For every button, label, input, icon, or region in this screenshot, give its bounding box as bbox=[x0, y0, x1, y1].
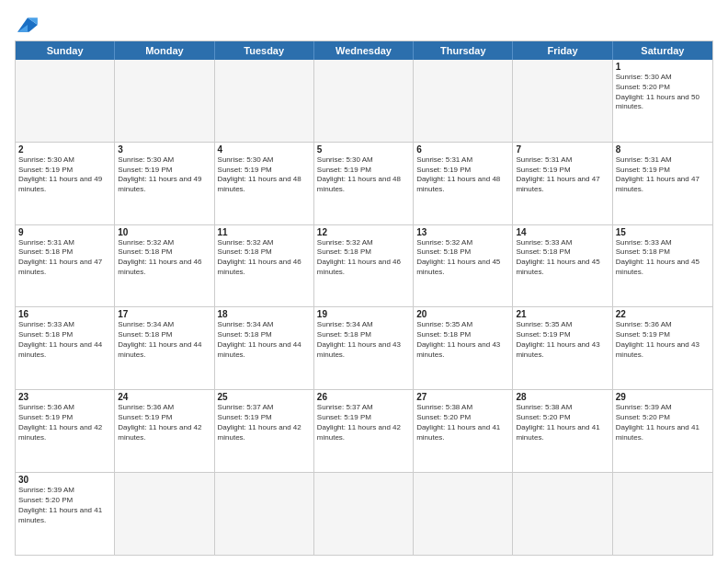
cell-info: Sunrise: 5:38 AMSunset: 5:20 PMDaylight:… bbox=[516, 403, 609, 442]
calendar-cell: 6Sunrise: 5:31 AMSunset: 5:19 PMDaylight… bbox=[414, 143, 513, 224]
cell-info: Sunrise: 5:32 AMSunset: 5:18 PMDaylight:… bbox=[416, 238, 509, 278]
cell-info: Sunrise: 5:39 AMSunset: 5:20 PMDaylight:… bbox=[18, 486, 111, 525]
calendar-cell: 2Sunrise: 5:30 AMSunset: 5:19 PMDaylight… bbox=[16, 143, 115, 224]
cell-info: Sunrise: 5:30 AMSunset: 5:19 PMDaylight:… bbox=[18, 155, 111, 195]
cell-info: Sunrise: 5:33 AMSunset: 5:18 PMDaylight:… bbox=[516, 238, 609, 278]
calendar-cell: 18Sunrise: 5:34 AMSunset: 5:18 PMDayligh… bbox=[215, 307, 314, 389]
calendar-cell: 30Sunrise: 5:39 AMSunset: 5:20 PMDayligh… bbox=[16, 473, 115, 555]
cell-info: Sunrise: 5:34 AMSunset: 5:18 PMDaylight:… bbox=[118, 320, 210, 360]
day-header-friday: Friday bbox=[513, 41, 612, 60]
cell-info: Sunrise: 5:37 AMSunset: 5:19 PMDaylight:… bbox=[218, 403, 311, 442]
calendar-cell bbox=[314, 60, 414, 142]
calendar-cell: 17Sunrise: 5:34 AMSunset: 5:18 PMDayligh… bbox=[115, 307, 214, 389]
calendar-cell bbox=[414, 60, 513, 142]
calendar-cell bbox=[613, 473, 712, 555]
cell-info: Sunrise: 5:35 AMSunset: 5:18 PMDaylight:… bbox=[416, 320, 509, 360]
day-number: 17 bbox=[118, 309, 210, 319]
day-number: 26 bbox=[317, 392, 410, 402]
day-number: 16 bbox=[18, 309, 111, 319]
calendar-cell: 20Sunrise: 5:35 AMSunset: 5:18 PMDayligh… bbox=[414, 307, 513, 389]
cell-info: Sunrise: 5:36 AMSunset: 5:19 PMDaylight:… bbox=[118, 403, 210, 442]
cell-info: Sunrise: 5:36 AMSunset: 5:19 PMDaylight:… bbox=[616, 320, 710, 360]
day-number: 7 bbox=[516, 144, 609, 155]
day-number: 5 bbox=[317, 144, 410, 155]
day-header-saturday: Saturday bbox=[613, 41, 712, 60]
calendar-header: SundayMondayTuesdayWednesdayThursdayFrid… bbox=[16, 41, 712, 60]
day-number: 12 bbox=[317, 227, 410, 237]
cell-info: Sunrise: 5:30 AMSunset: 5:19 PMDaylight:… bbox=[317, 155, 410, 195]
cell-info: Sunrise: 5:37 AMSunset: 5:19 PMDaylight:… bbox=[317, 403, 410, 442]
cell-info: Sunrise: 5:33 AMSunset: 5:18 PMDaylight:… bbox=[616, 238, 710, 278]
calendar-week-2: 9Sunrise: 5:31 AMSunset: 5:18 PMDaylight… bbox=[16, 225, 712, 308]
day-number: 30 bbox=[18, 475, 111, 485]
cell-info: Sunrise: 5:31 AMSunset: 5:19 PMDaylight:… bbox=[416, 155, 509, 195]
day-number: 23 bbox=[18, 392, 111, 402]
calendar-cell: 28Sunrise: 5:38 AMSunset: 5:20 PMDayligh… bbox=[513, 390, 612, 472]
calendar-cell: 9Sunrise: 5:31 AMSunset: 5:18 PMDaylight… bbox=[16, 225, 115, 307]
logo bbox=[15, 15, 44, 35]
calendar-cell: 14Sunrise: 5:33 AMSunset: 5:18 PMDayligh… bbox=[513, 225, 612, 307]
cell-info: Sunrise: 5:36 AMSunset: 5:19 PMDaylight:… bbox=[18, 403, 111, 442]
calendar-cell: 11Sunrise: 5:32 AMSunset: 5:18 PMDayligh… bbox=[215, 225, 314, 307]
calendar-cell: 23Sunrise: 5:36 AMSunset: 5:19 PMDayligh… bbox=[16, 390, 115, 472]
day-number: 3 bbox=[118, 144, 210, 155]
day-number: 11 bbox=[218, 227, 311, 237]
day-number: 9 bbox=[18, 227, 111, 237]
cell-info: Sunrise: 5:32 AMSunset: 5:18 PMDaylight:… bbox=[218, 238, 311, 278]
day-number: 24 bbox=[118, 392, 210, 402]
cell-info: Sunrise: 5:31 AMSunset: 5:19 PMDaylight:… bbox=[516, 155, 609, 195]
calendar-cell: 12Sunrise: 5:32 AMSunset: 5:18 PMDayligh… bbox=[314, 225, 414, 307]
calendar-cell bbox=[115, 473, 214, 555]
day-number: 4 bbox=[218, 144, 311, 155]
day-number: 14 bbox=[516, 227, 609, 237]
calendar-cell bbox=[513, 473, 612, 555]
calendar-cell bbox=[513, 60, 612, 142]
day-number: 2 bbox=[18, 144, 111, 155]
cell-info: Sunrise: 5:30 AMSunset: 5:20 PMDaylight:… bbox=[616, 73, 710, 112]
cell-info: Sunrise: 5:30 AMSunset: 5:19 PMDaylight:… bbox=[218, 155, 311, 195]
calendar-week-1: 2Sunrise: 5:30 AMSunset: 5:19 PMDaylight… bbox=[16, 143, 712, 225]
day-number: 22 bbox=[616, 309, 710, 319]
calendar-week-3: 16Sunrise: 5:33 AMSunset: 5:18 PMDayligh… bbox=[16, 307, 712, 390]
calendar-cell bbox=[314, 473, 414, 555]
calendar-cell: 27Sunrise: 5:38 AMSunset: 5:20 PMDayligh… bbox=[414, 390, 513, 472]
calendar-cell: 22Sunrise: 5:36 AMSunset: 5:19 PMDayligh… bbox=[613, 307, 712, 389]
day-number: 10 bbox=[118, 227, 210, 237]
calendar-cell bbox=[414, 473, 513, 555]
calendar-cell: 13Sunrise: 5:32 AMSunset: 5:18 PMDayligh… bbox=[414, 225, 513, 307]
cell-info: Sunrise: 5:35 AMSunset: 5:19 PMDaylight:… bbox=[516, 320, 609, 360]
logo-icon bbox=[15, 15, 40, 35]
calendar-week-0: 1Sunrise: 5:30 AMSunset: 5:20 PMDaylight… bbox=[16, 60, 712, 143]
day-number: 18 bbox=[218, 309, 311, 319]
calendar-cell: 10Sunrise: 5:32 AMSunset: 5:18 PMDayligh… bbox=[115, 225, 214, 307]
day-number: 6 bbox=[416, 144, 509, 155]
calendar-cell: 16Sunrise: 5:33 AMSunset: 5:18 PMDayligh… bbox=[16, 307, 115, 389]
day-header-sunday: Sunday bbox=[16, 41, 115, 60]
calendar-cell: 24Sunrise: 5:36 AMSunset: 5:19 PMDayligh… bbox=[115, 390, 214, 472]
day-header-wednesday: Wednesday bbox=[314, 41, 414, 60]
day-number: 25 bbox=[218, 392, 311, 402]
cell-info: Sunrise: 5:34 AMSunset: 5:18 PMDaylight:… bbox=[218, 320, 311, 360]
cell-info: Sunrise: 5:31 AMSunset: 5:19 PMDaylight:… bbox=[616, 155, 710, 195]
cell-info: Sunrise: 5:33 AMSunset: 5:18 PMDaylight:… bbox=[18, 320, 111, 360]
cell-info: Sunrise: 5:31 AMSunset: 5:18 PMDaylight:… bbox=[18, 238, 111, 278]
cell-info: Sunrise: 5:39 AMSunset: 5:20 PMDaylight:… bbox=[616, 403, 710, 442]
calendar-week-5: 30Sunrise: 5:39 AMSunset: 5:20 PMDayligh… bbox=[16, 473, 712, 555]
cell-info: Sunrise: 5:34 AMSunset: 5:18 PMDaylight:… bbox=[317, 320, 410, 360]
calendar-week-4: 23Sunrise: 5:36 AMSunset: 5:19 PMDayligh… bbox=[16, 390, 712, 473]
calendar-cell: 8Sunrise: 5:31 AMSunset: 5:19 PMDaylight… bbox=[613, 143, 712, 224]
day-number: 1 bbox=[616, 62, 710, 72]
day-number: 21 bbox=[516, 309, 609, 319]
calendar-cell: 5Sunrise: 5:30 AMSunset: 5:19 PMDaylight… bbox=[314, 143, 414, 224]
day-header-tuesday: Tuesday bbox=[215, 41, 314, 60]
day-number: 20 bbox=[416, 309, 509, 319]
day-number: 13 bbox=[416, 227, 509, 237]
calendar-cell: 1Sunrise: 5:30 AMSunset: 5:20 PMDaylight… bbox=[613, 60, 712, 142]
calendar-cell: 19Sunrise: 5:34 AMSunset: 5:18 PMDayligh… bbox=[314, 307, 414, 389]
calendar-cell: 3Sunrise: 5:30 AMSunset: 5:19 PMDaylight… bbox=[115, 143, 214, 224]
day-number: 8 bbox=[616, 144, 710, 155]
calendar: SundayMondayTuesdayWednesdayThursdayFrid… bbox=[15, 40, 713, 556]
calendar-cell: 26Sunrise: 5:37 AMSunset: 5:19 PMDayligh… bbox=[314, 390, 414, 472]
day-header-thursday: Thursday bbox=[414, 41, 513, 60]
day-number: 19 bbox=[317, 309, 410, 319]
